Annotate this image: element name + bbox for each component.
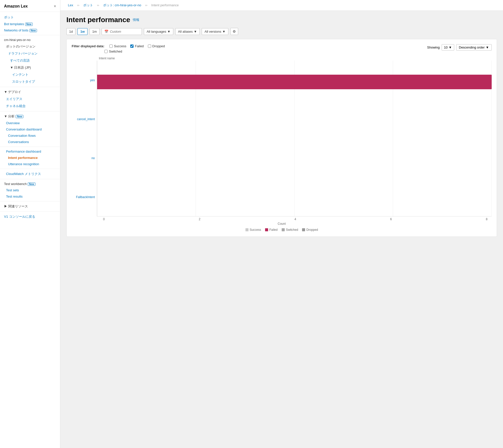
- page-title: Intent performance: [66, 16, 130, 24]
- sidebar-item-conversations[interactable]: Conversations: [0, 139, 60, 145]
- settings-button[interactable]: ⚙: [230, 28, 238, 35]
- sidebar-item-overview[interactable]: Overview: [0, 120, 60, 126]
- sidebar-nav: ボットBot templatesNewNetworks of botsNewcm…: [0, 14, 60, 220]
- x-label-6: 6: [386, 217, 396, 221]
- sidebar-item-channel[interactable]: チャネル統合: [0, 103, 60, 110]
- info-link[interactable]: 情報: [133, 18, 139, 22]
- legend-success-color: [245, 228, 248, 231]
- sidebar-item-networks[interactable]: Networks of botsNew: [0, 27, 60, 33]
- sidebar-divider: [0, 35, 60, 35]
- legend-dropped-color: [302, 228, 305, 231]
- sidebar-item-bots[interactable]: ボット: [0, 14, 60, 21]
- languages-label: All languages: [147, 30, 166, 33]
- toolbar: 1d 1w 1m 📅 Custom All languages ▼ All al…: [66, 28, 497, 35]
- sidebar-item-v1-console[interactable]: V1 コンソールに戻る: [0, 213, 60, 220]
- switched-checkbox-label[interactable]: Switched: [104, 50, 122, 53]
- sidebar-item-label-overview: Overview: [6, 121, 20, 125]
- sidebar-item-label-cloudwatch: CloudWatch メトリクス: [6, 172, 41, 176]
- sidebar-item-label-slot-type: スロットタイプ: [12, 80, 35, 83]
- sidebar-item-label-bot-templates: Bot templates: [4, 22, 24, 26]
- legend: Success Failed Switched Dropped: [72, 228, 492, 232]
- filter-label: Filter displayed data:: [72, 44, 104, 48]
- legend-switched-label: Switched: [286, 228, 298, 232]
- dropped-checkbox[interactable]: [148, 44, 151, 48]
- sidebar-item-label-intent: インテント: [12, 73, 28, 76]
- sidebar-item-all-languages[interactable]: すべての言語: [0, 57, 60, 64]
- sidebar: Amazon Lex × ボットBot templatesNewNetworks…: [0, 0, 60, 448]
- sidebar-item-intent-performance[interactable]: Intent performance: [0, 155, 60, 161]
- showing-label: Showing: [427, 46, 440, 49]
- x-axis: 0 2 4 6 8: [72, 216, 492, 221]
- success-checkbox-label[interactable]: Success: [109, 44, 126, 48]
- filter-controls: Filter displayed data: Success Failed: [72, 44, 492, 53]
- y-label-fallback[interactable]: FallbackIntent: [72, 195, 95, 199]
- y-label-cancel[interactable]: cancel_intent: [72, 117, 95, 121]
- time-1w-button[interactable]: 1w: [77, 28, 87, 35]
- sidebar-item-label-bot-name: cm-hirai-yes-or-no: [4, 38, 30, 42]
- sidebar-item-slot-type[interactable]: スロットタイプ: [0, 78, 60, 85]
- badge-new-networks: New: [29, 29, 37, 32]
- y-label-yes[interactable]: yes: [72, 78, 95, 82]
- sidebar-item-label-test-workbench: Test workbench: [4, 182, 27, 186]
- sidebar-divider: [0, 179, 60, 179]
- sidebar-item-related-resources: ▶ 関連リソース: [0, 203, 60, 210]
- sidebar-item-bot-templates[interactable]: Bot templatesNew: [0, 21, 60, 27]
- sidebar-divider: [0, 147, 60, 147]
- time-1d-button[interactable]: 1d: [66, 28, 75, 35]
- close-icon[interactable]: ×: [54, 4, 56, 9]
- sidebar-divider: [0, 87, 60, 87]
- dropped-checkbox-label[interactable]: Dropped: [148, 44, 165, 48]
- y-labels: yes cancel_intent no FallbackIntent: [72, 61, 97, 216]
- y-axis-title: Intent name: [99, 57, 115, 60]
- sidebar-divider: [0, 211, 60, 212]
- sidebar-item-label-v1-console: V1 コンソールに戻る: [4, 215, 35, 218]
- custom-date-input[interactable]: 📅 Custom: [102, 28, 142, 35]
- sidebar-divider: [0, 201, 60, 201]
- sidebar-item-label-intent-performance: Intent performance: [8, 156, 38, 160]
- checkbox-group: Success Failed Dropped: [109, 44, 165, 48]
- sidebar-item-label-test-sets: Test sets: [6, 188, 19, 192]
- failed-checkbox[interactable]: [130, 44, 134, 48]
- sidebar-item-test-results[interactable]: Test results: [0, 193, 60, 200]
- calendar-icon: 📅: [104, 30, 108, 33]
- breadcrumb-bots[interactable]: ボット: [83, 3, 93, 7]
- breadcrumb-bot[interactable]: ボット: cm-hirai-yes-or-no: [103, 3, 141, 7]
- legend-switched-color: [282, 228, 285, 231]
- sidebar-item-performance-dashboard[interactable]: Performance dashboard: [0, 148, 60, 155]
- languages-dropdown[interactable]: All languages ▼: [144, 28, 173, 35]
- sidebar-item-label-related-resources: ▶ 関連リソース: [4, 204, 28, 208]
- sidebar-item-label-conversation-dashboard: Conversation dashboard: [6, 127, 42, 131]
- sidebar-item-utterance-recognition[interactable]: Utterance recognition: [0, 161, 60, 167]
- order-label: Descending order: [459, 46, 485, 49]
- aliases-dropdown[interactable]: All aliases ▼: [175, 28, 200, 35]
- legend-dropped: Dropped: [302, 228, 318, 232]
- order-dropdown[interactable]: Descending order ▼: [456, 44, 492, 51]
- time-1m-button[interactable]: 1m: [90, 28, 100, 35]
- sidebar-item-cloudwatch[interactable]: CloudWatch メトリクス: [0, 170, 60, 177]
- success-checkbox[interactable]: [109, 44, 113, 48]
- sidebar-item-draft-version[interactable]: ドラフトバージョン: [0, 50, 60, 57]
- sidebar-item-label-alias: エイリアス: [6, 97, 22, 101]
- sidebar-item-test-workbench: Test workbenchNew: [0, 181, 60, 187]
- sidebar-item-bot-versions: ボットのバージョン: [0, 43, 60, 50]
- sidebar-item-conversation-dashboard[interactable]: Conversation dashboard: [0, 126, 60, 132]
- sidebar-item-label-analytics: ▼ 分析: [4, 114, 15, 118]
- failed-checkbox-label[interactable]: Failed: [130, 44, 144, 48]
- show-count-dropdown[interactable]: 10 ▼: [442, 44, 454, 51]
- sidebar-title: Amazon Lex: [4, 4, 28, 9]
- switched-label: Switched: [109, 50, 122, 53]
- legend-success-label: Success: [250, 228, 261, 232]
- bar-yes: [97, 74, 492, 89]
- switched-checkbox[interactable]: [104, 50, 108, 53]
- sidebar-item-alias[interactable]: エイリアス: [0, 96, 60, 103]
- versions-dropdown[interactable]: All versions ▼: [202, 28, 228, 35]
- sidebar-item-conversation-flows[interactable]: Conversation flows: [0, 132, 60, 139]
- chevron-down-icon: ▼: [167, 30, 171, 33]
- badge-new-bot-templates: New: [25, 23, 33, 26]
- sidebar-item-intent[interactable]: インテント: [0, 71, 60, 78]
- y-label-no[interactable]: no: [72, 156, 95, 160]
- breadcrumb-lex[interactable]: Lex: [68, 3, 73, 7]
- sidebar-item-label-performance-dashboard: Performance dashboard: [6, 150, 41, 153]
- sidebar-item-test-sets[interactable]: Test sets: [0, 187, 60, 193]
- x-label-2: 2: [195, 217, 205, 221]
